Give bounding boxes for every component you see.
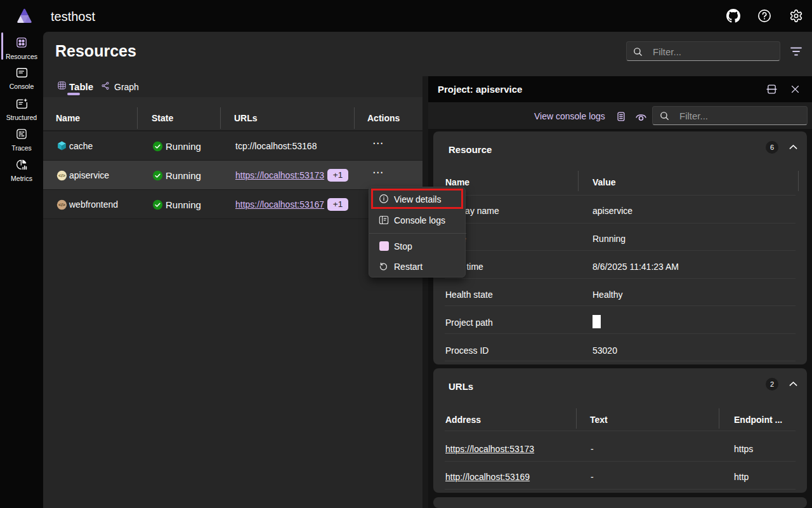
svg-text:</>: </> — [58, 202, 66, 208]
svg-text:</>: </> — [58, 173, 66, 178]
